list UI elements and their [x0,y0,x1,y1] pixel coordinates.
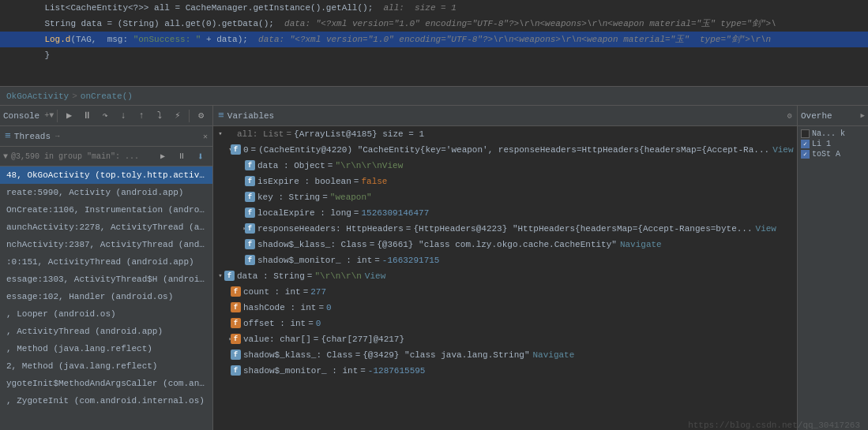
thread-item[interactable]: essage:1303, ActivityThread$H (android.a… [0,271,212,288]
resume-btn[interactable]: ▶ [61,108,77,124]
expand-button[interactable]: ▾ [213,269,224,283]
expand-button[interactable] [213,285,231,299]
expand-button[interactable]: ▾ [213,143,231,157]
eval-btn[interactable]: ⚡ [169,108,186,124]
console-label: Console [3,111,39,121]
thread-item[interactable]: 48, OkGoActivity (top.toly.http.activity… [0,166,212,184]
type-badge: f [245,223,255,234]
expand-button[interactable] [213,237,245,252]
overhead-label: Na... k [812,129,845,138]
expand-button[interactable] [213,206,245,220]
code-line-3: Log.d(TAG, msg: "onSuccess: " + data); d… [0,32,868,47]
expand-button[interactable] [213,253,245,267]
variable-row[interactable]: fshadow$_klass_: Class={@3661} "class co… [213,237,797,252]
type-badge: f [245,208,255,218]
variables-icon: ≡ [218,110,224,122]
overhead-header: Overhe ▶ [798,106,868,126]
thread-list: 48, OkGoActivity (top.toly.http.activity… [0,166,212,430]
settings-btn[interactable]: ⚙ [193,108,209,124]
thread-item[interactable]: 2, Method (java.lang.reflect) [0,357,212,375]
variable-content: hashCode : int=0 [243,301,797,315]
code-line-1: List<CacheEntity<?>> all = CacheManager.… [0,0,868,16]
variable-row[interactable]: ▸fvalue: char[]={char[277]@4217} [213,331,797,347]
expand-button[interactable]: ▸ [213,222,245,236]
thread-item[interactable]: reate:5990, Activity (android.app) [0,184,212,201]
variable-row[interactable]: ▾all: List={ArrayList@4185} size = 1 [213,126,797,142]
variable-content: offset : int=0 [243,316,797,331]
type-badge: f [245,176,255,186]
stepover-btn[interactable]: ↷ [97,108,114,124]
variables-header: ≡ Variables ⚙ [213,106,797,126]
variable-row[interactable]: fshadow$_monitor_ : int=-1287615595 [213,363,797,379]
variable-content: all: List={ArrayList@4185} size = 1 [237,127,797,141]
pause-thread-btn[interactable]: ⏸ [173,148,190,164]
variable-row[interactable]: fkey : String="weapon" [213,189,797,205]
expand-button[interactable] [213,190,245,204]
thread-item[interactable]: , Method (java.lang.reflect) [0,340,212,357]
variable-content: shadow$_monitor_ : int=-1287615595 [243,364,797,378]
overhead-item[interactable]: Li 1 [801,140,865,148]
expand-button[interactable] [213,364,231,378]
variables-settings[interactable]: ⚙ [787,111,792,121]
code-line-4: } [0,47,868,63]
thread-item[interactable]: nchActivity:2387, ActivityThread (androi… [0,236,212,253]
expand-button[interactable] [213,316,231,331]
threads-panel: Console +▼ ▶ ⏸ ↷ ↓ ↑ ⤵ ⚡ ⚙ ≡ Threads → ✕… [0,106,213,430]
variable-row[interactable]: fhashCode : int=0 [213,300,797,316]
expand-button[interactable] [213,301,231,315]
expand-button[interactable] [213,174,245,189]
type-badge: f [231,144,241,155]
expand-button[interactable]: ▸ [213,332,231,346]
type-badge: f [231,318,241,328]
stepout-btn[interactable]: ↑ [133,108,150,124]
resume-thread-btn[interactable]: ▶ [154,148,171,164]
variable-content: localExpire : long=1526309146477 [257,206,797,220]
thread-item[interactable]: , Looper (android.os) [0,305,212,323]
thread-item[interactable]: :0:151, ActivityThread (android.app) [0,253,212,271]
runtocu-btn[interactable]: ⤵ [151,108,167,124]
thread-item[interactable]: ygoteInit$MethodAndArgsCaller (com.andro… [0,375,212,392]
overhead-expand[interactable]: ▶ [861,111,865,120]
thread-item[interactable]: essage:102, Handler (android.os) [0,288,212,305]
dump-thread-btn[interactable]: ⬇ [192,148,209,164]
overhead-title: Overhe [801,111,832,121]
expand-button[interactable] [213,348,231,362]
type-badge: f [245,239,255,249]
type-badge: f [231,286,241,297]
thread-item[interactable]: aunchActivity:2278, ActivityThread (andr… [0,219,212,236]
overhead-item[interactable]: toSt A [801,150,865,159]
thread-group-expand[interactable]: ▼ [3,152,8,161]
variable-row[interactable]: foffset : int=0 [213,316,797,331]
variable-row[interactable]: fshadow$_klass_: Class={@3429} "class ja… [213,347,797,363]
variable-row[interactable]: ▾fdata : String="\r\n\r\nView [213,268,797,284]
thread-item[interactable]: OnCreate:1106, Instrumentation (android.… [0,201,212,219]
variable-row[interactable]: ▸fresponseHeaders: HttpHeaders={HttpHead… [213,221,797,237]
thread-item[interactable]: , ActivityThread (android.app) [0,323,212,340]
overhead-checkbox[interactable] [801,129,810,138]
overhead-item[interactable]: Na... k [801,129,865,138]
expand-button[interactable] [213,159,245,173]
overhead-checkbox[interactable] [801,150,810,159]
variables-panel: ≡ Variables ⚙ ▾all: List={ArrayList@4185… [213,106,797,430]
breadcrumb-class[interactable]: OkGoActivity [6,92,69,101]
threads-close-btn[interactable]: ✕ [203,132,208,141]
variable-row[interactable]: fisExpire : boolean=false [213,174,797,189]
code-line-2: String data = (String) all.get(0).getDat… [0,16,868,32]
variable-row[interactable]: ▾f0=(CacheEntity@4220) "CacheEntity{key=… [213,142,797,158]
variable-content: value: char[]={char[277]@4217} [243,332,797,346]
variable-row[interactable]: fshadow$_monitor_ : int=-1663291715 [213,252,797,268]
breadcrumb-method[interactable]: onCreate() [81,92,133,101]
overhead-label: Li 1 [812,140,831,148]
variable-row[interactable]: flocalExpire : long=1526309146477 [213,205,797,221]
variable-row[interactable]: fdata : Object="\r\n\r\nView [213,158,797,174]
overhead-label: toSt A [812,150,840,159]
overhead-checkbox[interactable] [801,140,810,148]
variable-content: key : String="weapon" [257,190,797,204]
stepinto-btn[interactable]: ↓ [115,108,132,124]
expand-button[interactable]: ▾ [213,127,224,141]
variable-row[interactable]: fcount : int=277 [213,284,797,300]
type-badge: f [231,334,241,344]
overhead-content: Na... kLi 1toSt A [798,126,868,163]
pause-btn[interactable]: ⏸ [79,108,96,124]
thread-item[interactable]: , ZygoteInit (com.android.internal.os) [0,392,212,409]
